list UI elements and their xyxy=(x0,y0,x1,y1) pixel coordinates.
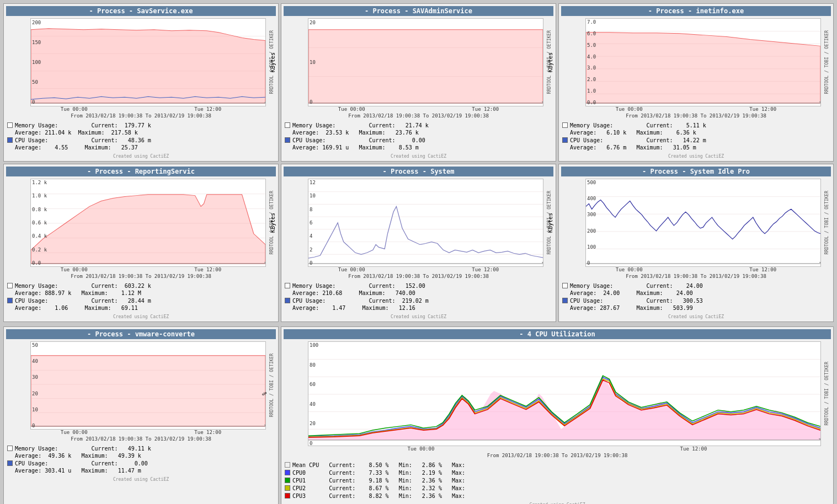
ytick: 100 xyxy=(32,60,41,65)
legend-text: Memory Usage: Current: 21.74 kAverage: 2… xyxy=(292,122,552,136)
legend-row: Memory Usage: Current: 5.11 kAverage: 6.… xyxy=(562,122,830,136)
created-savadmin: Created using CactiEZ xyxy=(284,154,553,159)
ytick: 5.0 xyxy=(587,42,596,48)
bottom-row: - Process - vmware-converte KBytes xyxy=(3,326,834,504)
legend-box xyxy=(7,283,13,288)
legend-cpu-util: Mean CPU Current: 8.50 % Min: 2.86 % Max… xyxy=(284,460,831,501)
ytick: 80 xyxy=(310,362,318,368)
ytick: 150 xyxy=(32,40,41,45)
legend-savadmin: Memory Usage: Current: 21.74 kAverage: 2… xyxy=(284,121,553,153)
ytick: 0.0 xyxy=(587,100,596,105)
right-label-vmware: RRDTOOL / TOBI / OETIKER xyxy=(267,341,276,430)
svg-rect-38 xyxy=(586,179,820,266)
legend-text: CPU Usage: Current: 300.53Average: 287.6… xyxy=(570,297,830,312)
panel-title-system: - Process - System xyxy=(284,167,553,176)
right-label-cpu: RRDTOOL / TOBI / OETIKER xyxy=(822,341,831,446)
time-range-savadmin: From 2013/02/18 19:00:38 To 2013/02/19 1… xyxy=(284,113,553,119)
chart-wrapper-systemidle: KBytes 500 400 xyxy=(561,179,831,267)
ytick: 12 xyxy=(310,180,316,185)
ytick: 4 xyxy=(310,233,316,239)
ytick: 100 xyxy=(587,244,596,250)
legend-savservice: Memory Usage: Current: 179.77 kAverage: … xyxy=(6,121,276,153)
ytick: 20 xyxy=(310,20,316,25)
created-system: Created using CactiEZ xyxy=(284,314,553,319)
ytick: 50 xyxy=(32,342,38,348)
ytick: 2 xyxy=(310,247,316,253)
ytick: 4.0 xyxy=(587,54,596,60)
svg-rect-29 xyxy=(308,179,543,266)
time-range-reportingserv: From 2013/02/18 19:00:38 To 2013/02/19 1… xyxy=(6,274,276,279)
legend-row: Memory Usage: Current: 24.00Average: 24.… xyxy=(562,282,830,297)
x-axis-reportingserv: Tue 00:00 Tue 12:00 xyxy=(6,267,276,272)
time-range-vmware: From 2013/02/18 19:00:38 To 2013/02/19 1… xyxy=(6,436,276,442)
x-axis-system: Tue 00:00 Tue 12:00 xyxy=(284,267,553,272)
time-range-systemidle: From 2013/02/18 19:00:38 To 2013/02/19 1… xyxy=(561,274,831,279)
ytick: 100 xyxy=(310,342,318,348)
time-range-cpu: From 2013/02/18 19:00:38 To 2013/02/19 1… xyxy=(284,453,831,458)
ytick: 7.0 xyxy=(587,19,596,25)
panel-reportingserv: - Process - ReportingServic KBytes xyxy=(3,164,279,322)
legend-row-cpu2: CPU2 Current: 8.67 % Min: 2.32 % Max: xyxy=(285,485,830,492)
legend-box xyxy=(285,137,290,143)
x-axis-inetinfo: Tue 00:00 Tue 12:00 xyxy=(561,106,831,112)
chart-wrapper-savservice: KBytes xyxy=(6,18,276,106)
legend-row-cpu1: CPU1 Current: 9.18 % Min: 2.36 % Max: xyxy=(285,477,830,484)
legend-row: Memory Usage: Current: 603.22 kAverage: … xyxy=(7,282,275,297)
ytick: 20 xyxy=(32,391,38,396)
legend-box-cpu1 xyxy=(285,478,290,483)
time-range-inetinfo: From 2013/02/18 19:00:38 To 2013/02/19 1… xyxy=(561,113,831,119)
ytick: 10 xyxy=(32,407,38,412)
created-systemidle: Created using CactiEZ xyxy=(561,314,831,319)
ytick: 0.8 k xyxy=(32,207,47,212)
panel-title-cpu-util: - 4 CPU Utilization xyxy=(284,329,831,339)
ytick: 0.4 k xyxy=(32,233,47,239)
legend-row: Memory Usage: Current: 179.77 kAverage: … xyxy=(7,122,275,136)
created-reportingserv: Created using CactiEZ xyxy=(6,314,276,319)
ytick: 30 xyxy=(32,374,38,380)
ytick: 40 xyxy=(32,358,38,364)
ytick: 1.0 xyxy=(587,88,596,94)
ytick: 10 xyxy=(310,193,316,199)
ytick: 0.0 xyxy=(32,260,47,266)
legend-box xyxy=(285,298,290,303)
legend-box xyxy=(562,122,568,128)
ytick: 200 xyxy=(587,228,596,234)
legend-box xyxy=(285,283,290,288)
panel-cpu-util: - 4 CPU Utilization % xyxy=(281,326,834,504)
legend-row-cpu0: CPU0 Current: 7.33 % Min: 2.19 % Max: xyxy=(285,469,830,476)
panel-vmware: - Process - vmware-converte KBytes xyxy=(3,326,279,504)
panel-title-savadmin: - Process - SAVAdminService xyxy=(284,6,553,16)
ytick: 10 xyxy=(310,60,316,65)
legend-row: Memory Usage: Current: 21.74 kAverage: 2… xyxy=(285,122,552,136)
legend-systemidle: Memory Usage: Current: 24.00Average: 24.… xyxy=(561,281,831,313)
y-label-savadmin: KBytes xyxy=(270,52,276,72)
ytick: 300 xyxy=(587,212,596,217)
legend-row: CPU Usage: Current: 28.44 mAverage: 1.06… xyxy=(7,297,275,312)
panel-title-reportingserv: - Process - ReportingServic xyxy=(6,167,276,176)
legend-row: Memory Usage: Current: 49.11 kAverage: 4… xyxy=(7,445,275,459)
legend-box-cpu xyxy=(7,137,13,143)
ytick: 2.0 xyxy=(587,77,596,82)
chart-savservice: 200 150 100 50 0 xyxy=(30,18,266,106)
panel-savservice: - Process - SavService.exe KBytes xyxy=(3,3,279,162)
legend-box xyxy=(7,298,13,303)
legend-text: Memory Usage: Current: 152.00Average: 21… xyxy=(292,282,552,297)
right-label-systemidle: RRDTOOL / TOBI / OETIKER xyxy=(822,179,831,267)
legend-text: CPU Usage: Current: 28.44 mAverage: 1.06… xyxy=(15,297,275,312)
time-range-system: From 2013/02/18 19:00:38 To 2013/02/19 1… xyxy=(284,274,553,279)
page: - Process - SavService.exe KBytes xyxy=(0,0,837,504)
ytick: 40 xyxy=(310,401,318,407)
ytick: 0 xyxy=(32,423,38,428)
legend-box xyxy=(7,460,13,466)
panel-system: - Process - System KBytes xyxy=(281,164,556,322)
legend-row: CPU Usage: Current: 300.53Average: 287.6… xyxy=(562,297,830,312)
ytick: 0.2 k xyxy=(32,247,47,253)
chart-inetinfo: 7.0 6.0 5.0 4.0 3.0 2.0 1.0 0.0 xyxy=(585,18,821,106)
ytick: 8 xyxy=(310,207,316,212)
legend-system: Memory Usage: Current: 152.00Average: 21… xyxy=(284,281,553,313)
right-label-inetinfo: RRDTOOL / TOBI / OETIKER xyxy=(822,18,831,106)
legend-box xyxy=(285,122,290,128)
created-inetinfo: Created using CactiEZ xyxy=(561,154,831,159)
panel-grid: - Process - SavService.exe KBytes xyxy=(3,3,834,324)
legend-text: CPU Usage: Current: 219.02 mAverage: 1.4… xyxy=(292,297,552,312)
